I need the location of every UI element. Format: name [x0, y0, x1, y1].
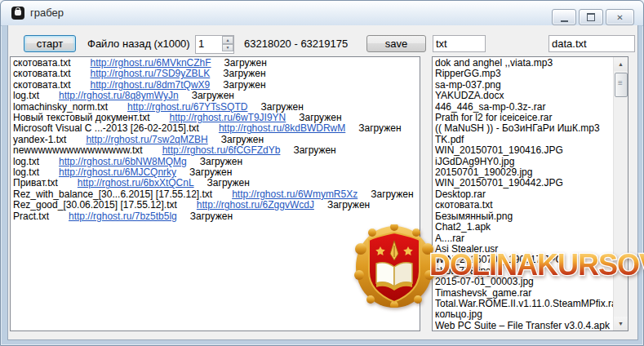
download-link[interactable]: http://rghost.ru/6bxXtQCnL: [78, 177, 194, 189]
download-row[interactable]: скотовата.txthttp://rghost.ru/7SD9yZBLKЗ…: [13, 69, 420, 79]
scroll-up-button[interactable]: ▲: [614, 57, 628, 71]
download-row[interactable]: Pract.txthttp://rghost.ru/7bz5tb5lgЗагру…: [13, 211, 420, 222]
download-status: Загружен: [224, 57, 267, 69]
files-back-spinner[interactable]: ▲ ▼: [195, 35, 234, 54]
download-row[interactable]: log.txthttp://rghost.ru/6MJCQnrkyЗагруже…: [13, 167, 420, 178]
scroll-down-button[interactable]: ▼: [614, 317, 628, 330]
list-item[interactable]: WIN_20150701_190416.JPG: [435, 145, 614, 156]
list-item[interactable]: 446_446_sa-mp-0.3z-.rar: [435, 102, 614, 113]
list-item[interactable]: WIN_20150701_190442.JPG: [435, 178, 614, 189]
download-row[interactable]: Rez_with_balance_[30...6.2015] [17.55.12…: [13, 189, 420, 200]
download-status: Загружен: [223, 68, 265, 79]
downloads-panel[interactable]: скотовата.txthttp://rghost.ru/6MVknCZhFЗ…: [10, 56, 420, 331]
files-list: dok and anghel ,,viata.mp3 RipperGG.mp3 …: [433, 57, 614, 331]
download-link[interactable]: http://rghost.ru/6WmymR5Xz: [232, 189, 358, 200]
download-link[interactable]: http://rghost.ru/7bz5tb5lg: [69, 211, 177, 222]
download-row[interactable]: скотовата.txthttp://rghost.ru/6MVknCZhFЗ…: [13, 58, 420, 69]
download-filename: log.txt: [13, 90, 39, 101]
list-item[interactable]: RipperGG.mp3: [435, 69, 614, 79]
spinner-down-button[interactable]: ▼: [222, 44, 233, 52]
download-status: Загружен: [200, 156, 242, 167]
files-panel[interactable]: dok and anghel ,,viata.mp3 RipperGG.mp3 …: [432, 56, 628, 331]
download-link[interactable]: http://rghost.ru/6ZggvWcdJ: [197, 199, 314, 211]
download-row[interactable]: Microsoft Visual C ...-2013 [26-02-2015]…: [13, 123, 420, 134]
download-filename: скотовата.txt: [13, 57, 71, 69]
list-item[interactable]: dok and anghel ,,viata.mp3: [435, 58, 614, 69]
download-row[interactable]: log.txthttp://rghost.ru/6bNW8MQMgЗагруже…: [13, 157, 420, 167]
download-row[interactable]: newwwwwwwwwwwwwww.txthttp://rghost.ru/6f…: [13, 145, 420, 156]
download-filename: Rez_good_[30.06.2015] [17.55.12].txt: [13, 199, 177, 211]
app-icon: [11, 7, 24, 20]
list-item[interactable]: Asi Stealer.usr: [435, 244, 614, 255]
download-link[interactable]: http://rghost.ru/8kdBWDRwM: [219, 122, 345, 134]
app-window: грабер ✕ старт Файло назад (x1000) ▲ ▼ 6…: [0, 0, 644, 346]
download-link[interactable]: http://rghost.ru/6MJCQnrky: [59, 166, 176, 178]
download-filename: Pract.txt: [13, 211, 49, 222]
download-status: Загружен: [221, 134, 264, 145]
download-row[interactable]: log.txthttp://rghost.ru/8q8ymWyJnЗагруже…: [13, 91, 420, 101]
list-item[interactable]: shot_778.jpg: [435, 266, 614, 277]
download-link[interactable]: http://rghost.ru/6MVknCZhF: [91, 57, 211, 69]
list-item[interactable]: Desktop.rar: [435, 189, 614, 200]
list-item[interactable]: Web PC Suite – File Transfer v3.0.4.apk: [435, 321, 614, 331]
list-item[interactable]: sa-mp-037.png: [435, 80, 614, 91]
download-status: Загружен: [192, 90, 234, 101]
list-item[interactable]: Chat2_1.apk: [435, 222, 614, 233]
download-row[interactable]: Новый текстовый документ.txthttp://rghos…: [13, 113, 420, 123]
download-status: Загружен: [327, 199, 370, 211]
download-link[interactable]: http://rghost.ru/67YTsSQTD: [127, 101, 247, 113]
start-button[interactable]: старт: [24, 35, 76, 52]
list-item[interactable]: 20150701_190029.jpg: [435, 167, 614, 178]
scroll-thumb[interactable]: [615, 73, 628, 97]
download-link[interactable]: http://rghost.ru/8q8ymWyJn: [59, 90, 179, 101]
id-range-label: 63218020 - 63219175: [244, 38, 348, 50]
download-link[interactable]: http://rghost.ru/6bNW8MQMg: [59, 156, 187, 167]
list-item[interactable]: 2015-07-01_00003.jpg: [435, 277, 614, 287]
list-item[interactable]: TK.pdf: [435, 135, 614, 145]
files-back-label: Файло назад (x1000): [87, 38, 190, 50]
save-button[interactable]: save: [366, 35, 426, 52]
filename-input[interactable]: [549, 35, 635, 52]
list-item[interactable]: Prath for l2 for iceiceice.rar: [435, 113, 614, 123]
client-area: старт Файло назад (x1000) ▲ ▼ 63218020 -…: [7, 25, 638, 340]
scroll-up-icon: ▲: [618, 61, 624, 67]
list-item[interactable]: YAKUDZA.docx: [435, 91, 614, 101]
download-status: Загружен: [371, 189, 413, 200]
list-item[interactable]: кольцо.jpg: [435, 309, 614, 320]
titlebar[interactable]: грабер ✕: [1, 1, 643, 26]
list-item[interactable]: WIN_20150701_190517.JPG: [435, 255, 614, 265]
list-item[interactable]: Безымянный.png: [435, 211, 614, 222]
spinner-up-button[interactable]: ▲: [222, 36, 233, 44]
download-row[interactable]: Приват.txthttp://rghost.ru/6bxXtQCnLЗагр…: [13, 178, 420, 189]
download-filename: Новый текстовый документ.txt: [13, 112, 150, 123]
minimize-button[interactable]: [552, 9, 576, 25]
list-item[interactable]: A....rar: [435, 233, 614, 244]
list-item[interactable]: Total.War.ROME.II.v1.11.0.SteamMPfix.rar: [435, 299, 614, 309]
download-link[interactable]: http://rghost.ru/6fCGFZdYb: [162, 144, 281, 156]
download-filename: log.txt: [13, 166, 39, 178]
download-filename: yandex-1.txt: [13, 134, 66, 145]
download-row[interactable]: скотовата.txthttp://rghost.ru/8dm7tQwX9З…: [13, 80, 420, 91]
maximize-button[interactable]: [579, 9, 603, 25]
download-link[interactable]: http://rghost.ru/8dm7tQwX9: [91, 79, 211, 91]
download-row[interactable]: lomachinsky_norm.txthttp://rghost.ru/67Y…: [13, 102, 420, 113]
download-filename: скотовата.txt: [13, 68, 71, 79]
download-row[interactable]: yandex-1.txthttp://rghost.ru/7sw2qMZBHЗа…: [13, 135, 420, 145]
download-link[interactable]: http://rghost.ru/7SD9yZBLK: [91, 68, 211, 79]
list-item[interactable]: скотовата.txt: [435, 200, 614, 211]
download-filename: log.txt: [13, 156, 39, 167]
download-status: Загружен: [189, 166, 232, 178]
files-scrollbar[interactable]: ▲ ▼: [613, 57, 628, 330]
spinner-input[interactable]: [196, 36, 222, 51]
close-button[interactable]: ✕: [606, 9, 634, 25]
minimize-icon: [561, 18, 568, 22]
download-row[interactable]: Rez_good_[30.06.2015] [17.55.12].txthttp…: [13, 200, 420, 211]
download-link[interactable]: http://rghost.ru/7sw2qMZBH: [86, 134, 207, 145]
download-link[interactable]: http://rghost.ru/6wT9JI9YN: [170, 112, 286, 123]
list-item[interactable]: iJGdDAg9HY0.jpg: [435, 157, 614, 167]
extension-input[interactable]: [433, 35, 486, 52]
maximize-icon: [587, 13, 595, 21]
list-item[interactable]: (( MaNuSH )) - БоЗиНГаРи ИшК.mp3: [435, 123, 614, 134]
download-status: Загружен: [293, 144, 335, 156]
list-item[interactable]: Timashevsk_game.rar: [435, 288, 614, 299]
